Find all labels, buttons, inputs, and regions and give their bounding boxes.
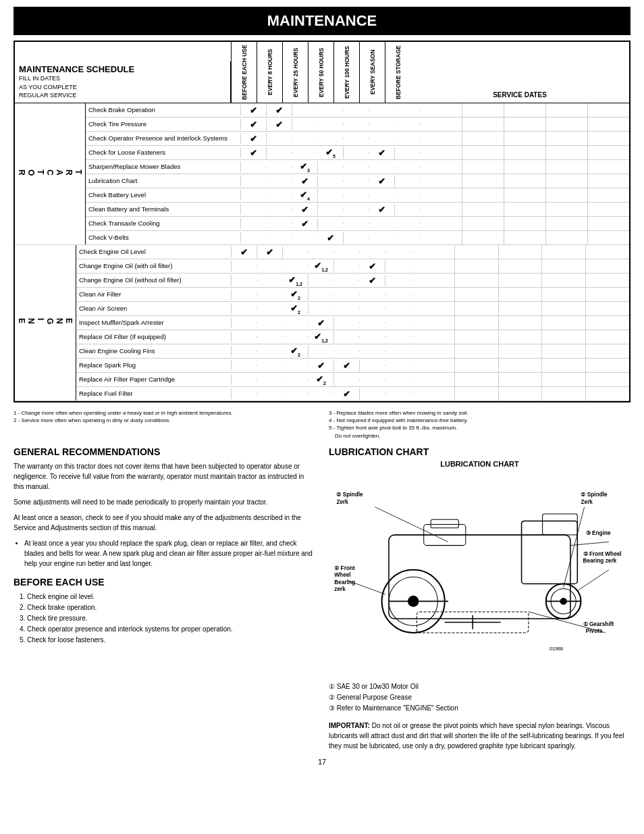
check-col	[318, 109, 344, 111]
check-col	[232, 265, 257, 267]
page-number: 17	[14, 758, 630, 766]
check-col	[318, 223, 344, 224]
footnotes: 1 - Change more often when operating und…	[14, 409, 630, 440]
check-col	[344, 194, 369, 196]
check-col	[241, 209, 267, 210]
check-col	[369, 109, 395, 111]
check-col	[395, 166, 421, 167]
item-name: Replace Oil Filter (If equipped)	[76, 332, 232, 342]
check-col	[241, 223, 267, 224]
item-name: Check Brake Operation	[86, 105, 241, 115]
table-row: Check Engine Oil Level ✔ ✔	[76, 245, 629, 259]
check-col	[267, 138, 292, 139]
check-col: ✔2	[283, 303, 308, 315]
check-col	[257, 379, 283, 380]
table-row: Clean Air Screen ✔2	[76, 302, 629, 316]
check-col	[369, 166, 395, 167]
check-col	[334, 379, 360, 380]
svg-line-28	[577, 570, 609, 591]
item-name: Check for Loose Fasteners	[86, 147, 241, 158]
item-name: Replace Fuel Filter	[76, 388, 232, 399]
footnote-col-left: 1 - Change more often when operating und…	[14, 409, 315, 440]
col-header-5: EVERY SEASON	[359, 42, 385, 103]
check-col	[334, 251, 360, 253]
check-col	[232, 336, 257, 338]
check-col	[395, 124, 421, 125]
table-row: Replace Spark Plug ✔ ✔	[76, 359, 629, 373]
item-name: Check V-Belts	[86, 232, 241, 243]
svg-text:③ Engine: ③ Engine	[586, 530, 611, 536]
table-row: Sharpen/Replace Mower Blades ✔3	[86, 160, 629, 174]
check-col: ✔	[334, 388, 360, 400]
check-col	[283, 322, 308, 323]
check-col	[385, 251, 411, 253]
lub-chart-heading: LUBRICATION CHART	[329, 446, 630, 457]
service-date-cols	[411, 344, 629, 358]
check-col: ✔1,2	[283, 274, 308, 287]
check-col	[267, 209, 292, 210]
item-name: Check Battery Level	[86, 190, 241, 201]
check-col: ✔4	[292, 189, 318, 202]
svg-text:Pivots: Pivots	[586, 628, 603, 634]
table-row: Clean Battery and Terminals ✔ ✔	[86, 203, 629, 217]
lub-legend: ① SAE 30 or 10w30 Motor Oil ② General Pu…	[329, 681, 630, 714]
check-col: ✔	[360, 275, 385, 286]
service-date-cols	[421, 103, 629, 117]
item-name: Check Engine Oil Level	[76, 246, 232, 257]
check-col: ✔	[257, 246, 283, 258]
check-col	[232, 350, 257, 352]
check-col: ✔2	[283, 345, 308, 358]
svg-rect-2	[543, 514, 578, 535]
check-col	[318, 138, 344, 139]
col-header-6: BEFORE STORAGE	[385, 42, 410, 103]
check-col	[395, 223, 421, 224]
check-col	[385, 336, 411, 338]
footnote-3: 3 - Replace blades more often when mowin…	[329, 409, 630, 417]
check-col	[318, 180, 344, 182]
item-name: Check Operator Presence and Interlock Sy…	[86, 133, 241, 144]
check-col	[283, 251, 308, 253]
check-col	[257, 365, 283, 366]
svg-text:② Spindle: ② Spindle	[336, 492, 363, 498]
service-date-cols	[421, 118, 629, 131]
check-col	[257, 265, 283, 267]
check-col: ✔	[232, 246, 257, 258]
service-date-cols	[411, 316, 629, 330]
check-col	[257, 294, 283, 295]
maintenance-schedule-table: MAINTENANCE SCHEDULE FILL IN DATESAS YOU…	[14, 41, 630, 402]
engine-section-label: ENGINE	[15, 245, 76, 400]
check-col	[334, 265, 360, 267]
footnote-1: 1 - Change more often when operating und…	[14, 409, 315, 417]
check-col	[344, 223, 369, 224]
item-name: Clean Battery and Terminals	[86, 204, 241, 215]
check-col	[369, 138, 395, 139]
service-date-cols	[411, 273, 629, 287]
item-name: Check Tire Pressure	[86, 119, 241, 130]
table-row: Replace Fuel Filter ✔	[76, 387, 629, 400]
check-col: ✔3	[292, 161, 318, 174]
item-name: Check Transaxle Cooling	[86, 218, 241, 229]
service-date-cols	[421, 132, 629, 145]
svg-rect-4	[431, 519, 458, 527]
legend-item-3: ③ Refer to Maintenance "ENGINE" Section	[329, 703, 630, 714]
check-col	[360, 336, 385, 338]
check-col	[395, 138, 421, 139]
service-date-cols	[421, 174, 629, 188]
check-col	[395, 109, 421, 111]
check-col	[257, 350, 283, 352]
check-col	[344, 152, 369, 153]
service-date-cols	[411, 288, 629, 301]
check-col: ✔	[369, 204, 395, 215]
legend-item-2: ② General Purpose Grease	[329, 692, 630, 703]
check-col	[344, 180, 369, 182]
svg-text:Wheel: Wheel	[334, 572, 350, 578]
list-item: Check tire pressure.	[27, 613, 315, 624]
legend-item-1: ① SAE 30 or 10w30 Motor Oil	[329, 681, 630, 692]
general-rec-para-2: Some adjustments will need to be made pe…	[14, 497, 315, 507]
before-each-use-heading: BEFORE EACH USE	[14, 577, 315, 588]
check-col: ✔	[241, 147, 267, 159]
check-col	[267, 237, 292, 238]
check-col	[344, 109, 369, 111]
check-col	[360, 379, 385, 380]
check-col	[334, 350, 360, 352]
